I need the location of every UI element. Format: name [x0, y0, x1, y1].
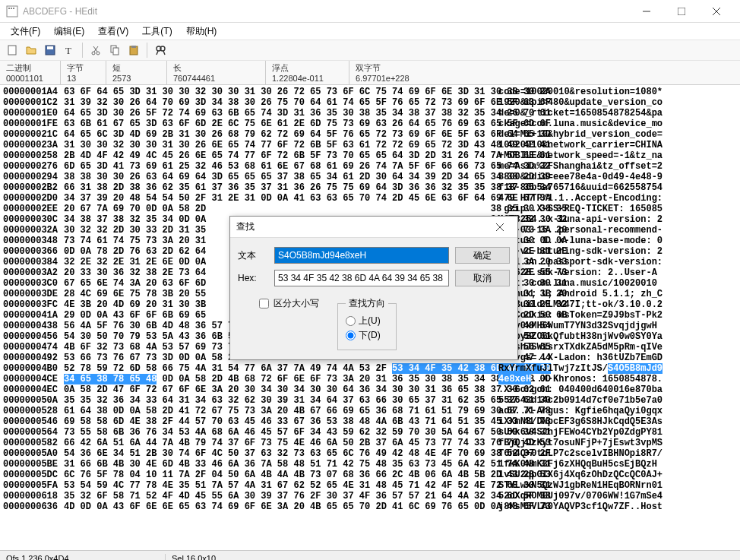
hex-row[interactable]: 00000002EE20 67 7A 69 70 0D 0A 58 2D 38 … — [3, 204, 737, 214]
hex-row[interactable]: 00000006364D 0D 0A 43 6F 6E 6E 65 63 74 … — [3, 501, 737, 512]
window-title: ABCDEFG - HEdit — [23, 6, 629, 17]
open-button[interactable] — [22, 41, 40, 59]
hex-row[interactable]: 00000001E064 65 3D 30 26 5F 72 74 69 63 … — [3, 108, 737, 119]
hex-row[interactable]: 00000001A463 6F 64 65 3D 31 30 30 32 30 … — [3, 87, 737, 97]
status-selection: Sel 16 0x10 — [166, 554, 740, 561]
hex-row[interactable]: 000000052861 64 38 0D 0A 58 2D 41 72 67 … — [3, 406, 737, 416]
cancel-button[interactable]: 取消 — [455, 270, 510, 286]
svg-line-23 — [163, 51, 165, 55]
toolbar: T — [0, 40, 740, 61]
svg-rect-19 — [131, 46, 136, 48]
hex-row[interactable]: 00000001C231 39 32 30 26 64 70 69 3D 34 … — [3, 97, 737, 108]
long-value: 760744461 — [173, 74, 259, 83]
hex-row[interactable]: 00000002D034 37 39 20 48 54 54 50 2F 31 … — [3, 193, 737, 204]
hex-row[interactable]: 00000001FE63 6B 61 67 65 3D 63 6F 6D 2E … — [3, 119, 737, 129]
hex-row[interactable]: 000000056473 55 58 6B 36 76 34 53 4A 68 … — [3, 427, 737, 438]
find-text-input[interactable] — [274, 247, 449, 264]
titlebar: ABCDEFG - HEdit — [0, 0, 740, 23]
menu-edit[interactable]: 编辑(E) — [48, 24, 90, 40]
double-label: 双字节 — [356, 62, 435, 74]
binary-label: 二进制 — [6, 62, 54, 74]
hex-row[interactable]: 000000029438 38 30 30 26 63 64 69 64 3D … — [3, 172, 737, 182]
hex-row[interactable]: 000000023A31 30 30 32 30 30 31 30 26 6E … — [3, 140, 737, 150]
paste-button[interactable] — [125, 41, 143, 59]
binary-value: 00001101 — [6, 74, 54, 83]
svg-text:T: T — [65, 45, 71, 56]
cut-button[interactable] — [87, 41, 105, 59]
text-label: 文本 — [238, 249, 268, 262]
double-value: 6.97701e+228 — [356, 74, 435, 83]
save-button[interactable] — [41, 41, 59, 59]
minimize-button[interactable] — [629, 0, 664, 23]
short-value: 2573 — [112, 74, 160, 83]
svg-rect-5 — [678, 8, 685, 15]
up-radio[interactable]: 上(U) — [346, 315, 388, 327]
hex-row[interactable]: 00000004B052 78 59 72 6D 58 66 75 4A 31 … — [3, 363, 737, 374]
menu-view[interactable]: 查看(V) — [92, 24, 134, 40]
long-label: 长 — [173, 62, 259, 74]
float-value: 1.22804e-011 — [272, 74, 343, 83]
hex-row[interactable]: 000000054669 58 58 6D 4E 38 2F 44 57 70 … — [3, 416, 737, 427]
close-button[interactable] — [699, 0, 734, 23]
hex-row[interactable]: 00000002766D 65 3D 41 73 69 61 25 32 46 … — [3, 161, 737, 172]
separator — [82, 43, 83, 58]
hex-row[interactable]: 000000058266 42 6A 51 6A 44 7A 4B 79 74 … — [3, 438, 737, 448]
menu-help[interactable]: 帮助(H) — [180, 24, 223, 40]
hex-row[interactable]: 00000005BE31 66 6B 4B 30 4E 6D 4B 33 46 … — [3, 459, 737, 470]
hex-row[interactable]: 00000005A054 36 6E 34 51 2B 30 74 6F 4C … — [3, 448, 737, 459]
hex-row[interactable]: 00000004EC0A 58 2D 47 6F 72 67 6F 6E 3A … — [3, 384, 737, 395]
svg-rect-17 — [113, 48, 119, 55]
dialog-close-button[interactable] — [489, 217, 511, 238]
short-label: 短 — [112, 62, 160, 74]
find-dialog: 查找 文本 确定 Hex: 取消 区分大小写 查找方向 上(U) 下(D) — [229, 216, 518, 360]
byte-value: 13 — [67, 74, 100, 83]
find-button[interactable] — [151, 41, 169, 59]
maximize-button[interactable] — [664, 0, 699, 23]
hex-row[interactable]: 00000002B266 31 38 2D 38 36 62 35 61 37 … — [3, 182, 737, 193]
new-button[interactable] — [3, 41, 21, 59]
hex-label: Hex: — [238, 273, 268, 283]
hex-row[interactable]: 00000005DC6C 76 5F 78 04 10 11 7A 2F 04 … — [3, 470, 737, 480]
app-icon — [6, 5, 18, 17]
down-radio[interactable]: 下(D) — [346, 329, 388, 342]
dialog-title: 查找 — [236, 220, 489, 233]
ok-button[interactable]: 确定 — [455, 247, 510, 264]
find-hex-input[interactable] — [274, 270, 449, 286]
info-bar: 二进制00001101 字节13 短2573 长760744461 浮点1.22… — [0, 61, 740, 85]
hex-row[interactable]: 000000021C64 65 6C 3D 4D 69 2B 31 30 26 … — [3, 129, 737, 140]
menubar: 文件(F) 编辑(E) 查看(V) 工具(T) 帮助(H) — [0, 23, 740, 40]
svg-line-15 — [93, 46, 97, 52]
svg-point-13 — [96, 52, 100, 55]
case-checkbox[interactable]: 区分大小写 — [259, 297, 319, 310]
hex-row[interactable]: 00000005FA53 54 59 4C 77 78 4E 35 51 7A … — [3, 480, 737, 491]
separator — [147, 43, 147, 58]
svg-rect-10 — [47, 46, 53, 49]
text-button[interactable]: T — [60, 41, 78, 59]
svg-point-12 — [92, 52, 95, 55]
copy-button[interactable] — [106, 41, 124, 59]
float-label: 浮点 — [272, 62, 343, 74]
byte-label: 字节 — [67, 62, 100, 74]
svg-line-22 — [157, 51, 158, 55]
svg-rect-8 — [8, 46, 16, 55]
menu-tools[interactable]: 工具(T) — [136, 24, 178, 40]
svg-rect-3 — [13, 8, 14, 9]
hex-row[interactable]: 00000002582B 4D 4F 42 49 4C 45 26 6E 65 … — [3, 150, 737, 161]
status-bar: Ofs 1,236 0x4D4 Sel 16 0x10 — [0, 550, 740, 560]
menu-file[interactable]: 文件(F) — [5, 24, 46, 40]
hex-row[interactable]: 00000004CE34 65 38 78 65 48 0D 0A 58 2D … — [3, 374, 737, 384]
svg-rect-1 — [8, 8, 10, 9]
svg-rect-2 — [11, 8, 12, 9]
status-offset: Ofs 1,236 0x4D4 — [0, 554, 166, 561]
hex-row[interactable]: 000000050A35 35 32 36 34 33 64 31 34 63 … — [3, 395, 737, 406]
direction-group: 查找方向 上(U) 下(D) — [337, 297, 397, 350]
svg-line-14 — [94, 46, 98, 52]
hex-row[interactable]: 000000061835 32 6F 58 71 52 4F 4D 45 55 … — [3, 491, 737, 501]
